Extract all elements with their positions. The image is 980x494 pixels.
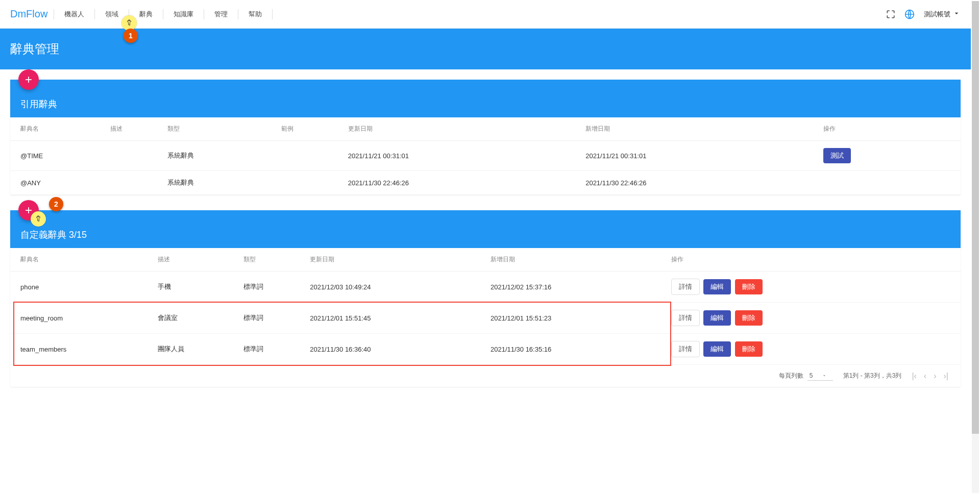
cell-created: 2021/11/30 16:35:16 (485, 334, 666, 365)
cell-type: 系統辭典 (162, 141, 276, 171)
detail-button[interactable]: 詳情 (671, 310, 700, 326)
custom-dict-table: 辭典名 描述 類型 更新日期 新增日期 操作 phone 手機 標準詞 2021… (10, 248, 961, 365)
cell-actions: 測試 (818, 141, 961, 171)
table-row: team_members 團隊人員 標準詞 2021/11/30 16:36:4… (10, 334, 961, 365)
dropdown-triangle-icon (822, 373, 827, 378)
cell-example (276, 141, 342, 171)
divider (204, 9, 204, 19)
globe-icon[interactable] (904, 9, 915, 19)
card-title: 引用辭典 (20, 98, 57, 110)
account-dropdown[interactable]: 測試帳號 (924, 9, 961, 19)
divider (238, 9, 238, 19)
page-last-icon[interactable]: ›| (944, 372, 948, 381)
custom-dictionary-card: + 2 自定義辭典 3/15 辭典名 描述 類型 更新日期 新增日期 操作 ph… (10, 210, 961, 387)
delete-button[interactable]: 刪除 (735, 310, 763, 326)
table-row: meeting_room 會議室 標準詞 2021/12/01 15:51:45… (10, 303, 961, 334)
add-reference-dict-button[interactable]: + (18, 69, 39, 90)
page-next-icon[interactable]: › (934, 372, 936, 381)
brand-logo: DmFlow (10, 8, 47, 20)
col-created: 新增日期 (485, 248, 666, 271)
col-created: 新增日期 (580, 117, 818, 141)
rows-per-page-select[interactable]: 5 (807, 371, 833, 381)
account-label: 測試帳號 (924, 10, 950, 19)
cell-updated: 2021/11/30 22:46:26 (343, 171, 581, 195)
divider (272, 9, 273, 19)
cell-actions: 詳情 編輯 刪除 (666, 303, 961, 334)
cell-created: 2021/11/30 22:46:26 (580, 171, 818, 195)
cell-name: @TIME (10, 141, 105, 171)
cell-actions: 詳情 編輯 刪除 (666, 271, 961, 303)
nav-item-robot[interactable]: 機器人 (55, 10, 93, 19)
cell-updated: 2021/12/01 15:51:45 (305, 303, 485, 334)
detail-button[interactable]: 詳情 (671, 279, 700, 295)
rows-per-page-value: 5 (810, 372, 813, 379)
col-updated: 更新日期 (305, 248, 485, 271)
cell-desc (105, 141, 162, 171)
col-desc: 描述 (105, 117, 162, 141)
pagination: 每頁列數 5 第1列 - 第3列，共3列 |‹ ‹ › ›| (10, 365, 961, 387)
cell-created: 2021/12/01 15:51:23 (485, 303, 666, 334)
table-row: @TIME 系統辭典 2021/11/21 00:31:01 2021/11/2… (10, 141, 961, 171)
table-row: @ANY 系統辭典 2021/11/30 22:46:26 2021/11/30… (10, 171, 961, 195)
cell-name: @ANY (10, 171, 105, 195)
cell-updated: 2021/11/21 00:31:01 (343, 141, 581, 171)
cell-created: 2021/11/21 00:31:01 (580, 141, 818, 171)
edit-button[interactable]: 編輯 (703, 279, 731, 294)
nav-item-manage[interactable]: 管理 (205, 10, 237, 19)
page-title: 辭典管理 (0, 29, 971, 69)
edit-button[interactable]: 編輯 (703, 310, 731, 326)
reference-dictionary-card: + 引用辭典 辭典名 描述 類型 範例 更新日期 新增日期 操作 @TIME 系… (10, 80, 961, 195)
col-actions: 操作 (818, 117, 961, 141)
cell-created: 2021/12/02 15:37:16 (485, 271, 666, 303)
cell-actions: 詳情 編輯 刪除 (666, 334, 961, 365)
cell-actions (818, 171, 961, 195)
vertical-scrollbar[interactable] (972, 1, 979, 412)
cell-type: 標準詞 (238, 303, 305, 334)
scroll-thumb[interactable] (972, 1, 979, 412)
cell-type: 標準詞 (238, 271, 305, 303)
page-prev-icon[interactable]: ‹ (924, 372, 926, 381)
col-actions: 操作 (666, 248, 961, 271)
edit-button[interactable]: 編輯 (703, 341, 731, 357)
cell-example (276, 171, 342, 195)
annotation-callout-2: 2 (49, 197, 63, 211)
delete-button[interactable]: 刪除 (735, 279, 763, 294)
cell-type: 標準詞 (238, 334, 305, 365)
cell-name: meeting_room (10, 303, 153, 334)
nav-item-dictionary[interactable]: 辭典 (130, 10, 162, 19)
col-updated: 更新日期 (343, 117, 581, 141)
card-title: 自定義辭典 3/15 (20, 229, 87, 241)
rows-per-page: 每頁列數 5 (779, 371, 833, 381)
pagination-range: 第1列 - 第3列，共3列 (843, 372, 902, 380)
col-name: 辭典名 (10, 248, 153, 271)
page-first-icon[interactable]: |‹ (912, 372, 916, 381)
cell-updated: 2021/12/03 10:49:24 (305, 271, 485, 303)
card-header-reference: 引用辭典 (10, 80, 961, 117)
annotation-callout-1: 1 (124, 29, 138, 43)
cell-desc: 會議室 (153, 303, 238, 334)
rows-per-page-label: 每頁列數 (779, 372, 803, 380)
col-type: 類型 (162, 117, 276, 141)
cell-desc: 手機 (153, 271, 238, 303)
fullscreen-icon[interactable] (886, 10, 895, 19)
divider (163, 9, 163, 19)
divider (54, 9, 54, 19)
delete-button[interactable]: 刪除 (735, 341, 763, 357)
divider (94, 9, 95, 19)
chevron-down-icon (952, 9, 961, 19)
nav-item-knowledge[interactable]: 知識庫 (164, 10, 203, 19)
table-row: phone 手機 標準詞 2021/12/03 10:49:24 2021/12… (10, 271, 961, 303)
detail-button[interactable]: 詳情 (671, 341, 700, 357)
col-type: 類型 (238, 248, 305, 271)
reference-dict-table: 辭典名 描述 類型 範例 更新日期 新增日期 操作 @TIME 系統辭典 202… (10, 117, 961, 195)
cell-desc: 團隊人員 (153, 334, 238, 365)
col-example: 範例 (276, 117, 342, 141)
nav-item-help[interactable]: 幫助 (239, 10, 271, 19)
cell-desc (105, 171, 162, 195)
cell-name: phone (10, 271, 153, 303)
cell-updated: 2021/11/30 16:36:40 (305, 334, 485, 365)
col-desc: 描述 (153, 248, 238, 271)
col-name: 辭典名 (10, 117, 105, 141)
test-button[interactable]: 測試 (823, 148, 851, 163)
cell-name: team_members (10, 334, 153, 365)
